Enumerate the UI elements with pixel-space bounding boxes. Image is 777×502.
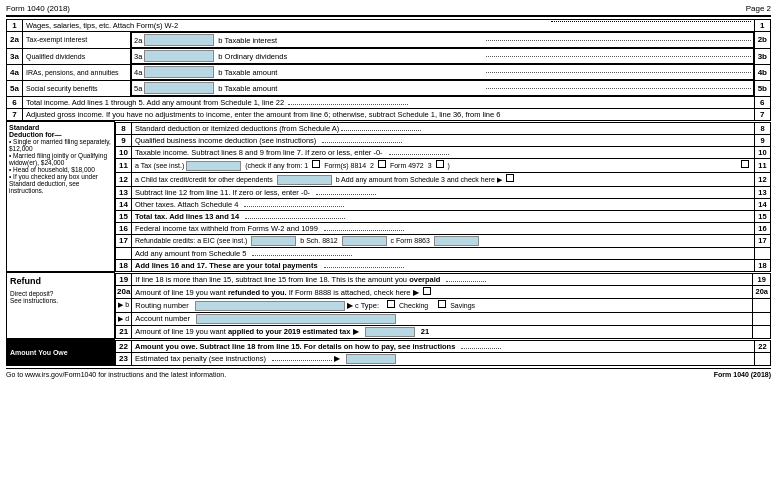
- table-row: 14 Other taxes. Attach Schedule 4 14: [116, 198, 771, 210]
- line-right-num: 14: [755, 198, 771, 210]
- line-right-num: 19: [753, 273, 771, 285]
- line-right-num: 16: [755, 222, 771, 234]
- table-row: 13 Subtract line 12 from line 11. If zer…: [116, 186, 771, 198]
- line-label: IRAs, pensions, and annuities: [23, 64, 131, 80]
- line-label: Amount of line 19 you want applied to yo…: [132, 325, 753, 338]
- checkbox-form-other[interactable]: [436, 160, 444, 168]
- standard-deduction-side: StandardDeduction for— • Single or marri…: [7, 122, 115, 272]
- footer-right: Form 1040 (2018): [714, 371, 771, 378]
- amount-owe-title: Amount You Owe: [10, 349, 111, 356]
- table-row: 6 Total income. Add lines 1 through 5. A…: [7, 97, 771, 109]
- standard-deduction-item: • If you checked any box under Standard …: [9, 173, 112, 194]
- line-label: Wages, salaries, tips, etc. Attach Form(…: [23, 20, 755, 32]
- line-label: a Child tax credit/credit for other depe…: [132, 172, 755, 186]
- checkbox-form8888[interactable]: [423, 287, 431, 295]
- line-label: Amount you owe. Subtract line 18 from li…: [132, 340, 755, 352]
- line-label: Refundable credits: a EIC (see inst.) b …: [132, 234, 755, 247]
- line-label: a Tax (see inst.) (check if any from: 1 …: [132, 158, 755, 172]
- line-number: 6: [7, 97, 23, 109]
- table-row: 11 a Tax (see inst.) (check if any from:…: [116, 158, 771, 172]
- page-footer: Go to www.irs.gov/Form1040 for instructi…: [6, 368, 771, 378]
- line-label: Adjusted gross income. If you have no ad…: [23, 109, 755, 121]
- empty-cell: [753, 325, 771, 338]
- line-right-num: 11: [755, 158, 771, 172]
- line-number: 20a: [116, 285, 132, 298]
- line-arrow: ▶ d: [116, 312, 132, 325]
- page-header: Form 1040 (2018) Page 2: [6, 4, 771, 17]
- table-row: 7 Adjusted gross income. If you have no …: [7, 109, 771, 121]
- line-label: Account number: [132, 312, 753, 325]
- empty-cell: [116, 247, 132, 259]
- refund-section-table: Refund Direct deposit?See instructions. …: [6, 272, 771, 339]
- amount-owe-label: Amount You Owe: [7, 340, 115, 366]
- table-row: Amount You Owe 22 Amount you owe. Subtra…: [7, 340, 772, 366]
- refund-inner-table: 19 If line 18 is more than line 15, subt…: [115, 273, 771, 339]
- line-label: Qualified business income deduction (see…: [132, 134, 755, 146]
- table-row: StandardDeduction for— • Single or marri…: [7, 122, 772, 272]
- line-number: 19: [116, 273, 132, 285]
- line-right-num: 9: [755, 134, 771, 146]
- table-row: ▶ d Account number: [116, 312, 771, 325]
- table-row: Refund Direct deposit?See instructions. …: [7, 273, 772, 339]
- middle-section-table: StandardDeduction for— • Single or marri…: [6, 121, 771, 272]
- line-right-num: 20a: [753, 285, 771, 298]
- refund-direct-deposit: Direct deposit?See instructions.: [10, 290, 111, 304]
- table-row: 15 Total tax. Add lines 13 and 14 15: [116, 210, 771, 222]
- line-arrow: ▶ b: [116, 298, 132, 312]
- line-number: 14: [116, 198, 132, 210]
- line-content: 4a b Taxable amount: [131, 64, 754, 80]
- empty-cell: [753, 298, 771, 312]
- checking-label: Checking: [399, 302, 428, 309]
- checkbox-checking[interactable]: [387, 300, 395, 308]
- checkbox-savings[interactable]: [438, 300, 446, 308]
- table-row: 12 a Child tax credit/credit for other d…: [116, 172, 771, 186]
- table-row: 22 Amount you owe. Subtract line 18 from…: [116, 340, 771, 352]
- line-label: Social security benefits: [23, 80, 131, 97]
- empty-cell: [755, 352, 771, 365]
- line-right-num: 3b: [754, 48, 770, 64]
- table-row: 9 Qualified business income deduction (s…: [116, 134, 771, 146]
- line-right-num: 22: [755, 340, 771, 352]
- refund-title: Refund: [10, 276, 111, 286]
- table-row: 19 If line 18 is more than line 15, subt…: [116, 273, 771, 285]
- line-label: Add lines 16 and 17. These are your tota…: [132, 259, 755, 271]
- line-number: 3a: [7, 48, 23, 64]
- line-right-num: 7: [754, 109, 770, 121]
- line-number: 5a: [7, 80, 23, 97]
- line-right-num: [755, 247, 771, 259]
- line-number: 23: [116, 352, 132, 365]
- table-row: 18 Add lines 16 and 17. These are your t…: [116, 259, 771, 271]
- amount-owe-table: Amount You Owe 22 Amount you owe. Subtra…: [6, 339, 771, 366]
- checkbox-line11[interactable]: [741, 160, 749, 168]
- line-number: 15: [116, 210, 132, 222]
- line-number: 13: [116, 186, 132, 198]
- line-content: 3a b Ordinary dividends: [131, 48, 754, 64]
- line-number: 12: [116, 172, 132, 186]
- line-number: 18: [116, 259, 132, 271]
- checkbox-form4972[interactable]: [378, 160, 386, 168]
- table-row: 17 Refundable credits: a EIC (see inst.)…: [116, 234, 771, 247]
- line-right-num: 5b: [754, 80, 770, 97]
- table-row: 21 Amount of line 19 you want applied to…: [116, 325, 771, 338]
- line-label: Qualified dividends: [23, 48, 131, 64]
- table-row: 2a Tax-exempt interest 2a b Taxable inte…: [7, 32, 771, 49]
- standard-deduction-item: • Head of household, $18,000: [9, 166, 112, 173]
- line-number: 7: [7, 109, 23, 121]
- checkbox-schedule3[interactable]: [506, 174, 514, 182]
- line-right-num: 6: [754, 97, 770, 109]
- standard-deduction-title: StandardDeduction for—: [9, 124, 112, 138]
- line-number: 17: [116, 234, 132, 247]
- amount-owe-rows: 22 Amount you owe. Subtract line 18 from…: [115, 340, 772, 366]
- table-row: Add any amount from Schedule 5: [116, 247, 771, 259]
- line-right-num: 12: [755, 172, 771, 186]
- line-label: Estimated tax penalty (see instructions)…: [132, 352, 755, 365]
- checkbox-form8814[interactable]: [312, 160, 320, 168]
- line-label: Other taxes. Attach Schedule 4: [132, 198, 755, 210]
- line-number: 8: [116, 122, 132, 134]
- line-label: Total income. Add lines 1 through 5. Add…: [23, 97, 755, 109]
- table-row: 10 Taxable income. Subtract lines 8 and …: [116, 146, 771, 158]
- line-number: 22: [116, 340, 132, 352]
- line-number: 9: [116, 134, 132, 146]
- line-label: Tax-exempt interest: [23, 32, 131, 49]
- standard-deduction-item: • Single or married filing separately, $…: [9, 138, 112, 152]
